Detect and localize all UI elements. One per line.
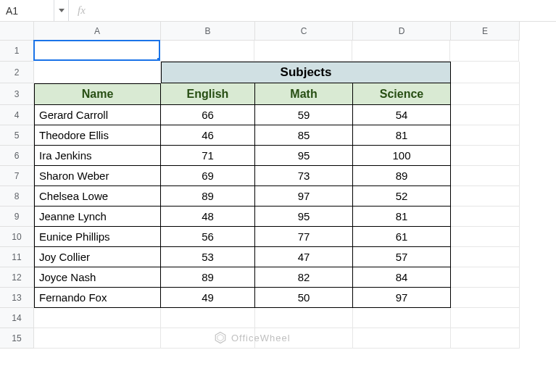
table-row[interactable]: 50 — [255, 288, 353, 308]
cell-E15[interactable] — [451, 328, 520, 349]
table-row[interactable]: 97 — [255, 186, 353, 207]
cell-E1[interactable] — [450, 41, 519, 62]
formula-input[interactable] — [94, 0, 556, 21]
col-header-B[interactable]: B — [161, 22, 255, 41]
table-row[interactable]: 61 — [353, 227, 451, 247]
table-row[interactable]: 100 — [353, 146, 451, 166]
header-english[interactable]: English — [161, 83, 255, 105]
table-row[interactable]: 57 — [353, 247, 451, 267]
row-header-11[interactable]: 11 — [0, 247, 34, 267]
col-header-A[interactable]: A — [34, 22, 161, 41]
cell-E12[interactable] — [451, 267, 520, 288]
table-row[interactable]: Joyce Nash — [34, 267, 161, 288]
col-header-D[interactable]: D — [353, 22, 451, 41]
row-header-12[interactable]: 12 — [0, 267, 34, 288]
table-row[interactable]: 89 — [161, 267, 255, 288]
table-row[interactable]: Ira Jenkins — [34, 146, 161, 166]
table-row[interactable]: 47 — [255, 247, 353, 267]
svg-marker-0 — [215, 333, 225, 343]
table-row[interactable]: 69 — [161, 166, 255, 186]
row-header-8[interactable]: 8 — [0, 186, 34, 207]
cell-A1-selected[interactable] — [33, 40, 160, 61]
cell-D15[interactable] — [353, 328, 451, 349]
row-header-7[interactable]: 7 — [0, 166, 34, 186]
cell-E4[interactable] — [451, 105, 520, 125]
name-box[interactable]: A1 — [0, 0, 54, 21]
cell-E11[interactable] — [451, 247, 520, 267]
table-row[interactable]: 89 — [161, 186, 255, 207]
row-header-5[interactable]: 5 — [0, 125, 34, 146]
cell-E6[interactable] — [451, 146, 520, 166]
table-row[interactable]: Sharon Weber — [34, 166, 161, 186]
table-row[interactable]: 46 — [161, 125, 255, 146]
row-header-15[interactable]: 15 — [0, 328, 34, 349]
table-row[interactable]: 54 — [353, 105, 451, 125]
table-row[interactable]: 89 — [353, 166, 451, 186]
table-row[interactable]: 77 — [255, 227, 353, 247]
table-row[interactable]: 84 — [353, 267, 451, 288]
row-header-6[interactable]: 6 — [0, 146, 34, 166]
table-row[interactable]: 52 — [353, 186, 451, 207]
cell-B1[interactable] — [160, 41, 254, 62]
table-row[interactable]: 49 — [161, 288, 255, 308]
table-row[interactable]: 73 — [255, 166, 353, 186]
column-header-row: A B C D E — [0, 22, 556, 41]
table-row[interactable]: Fernando Fox — [34, 288, 161, 308]
cell-E9[interactable] — [451, 207, 520, 227]
cell-A14[interactable] — [34, 308, 161, 328]
table-row[interactable]: 71 — [161, 146, 255, 166]
hexagon-icon — [214, 331, 227, 344]
watermark: OfficeWheel — [214, 331, 291, 344]
header-math[interactable]: Math — [255, 83, 353, 105]
cell-D14[interactable] — [353, 308, 451, 328]
header-name[interactable]: Name — [34, 83, 161, 105]
cell-A2[interactable] — [34, 62, 161, 83]
table-row[interactable]: Jeanne Lynch — [34, 207, 161, 227]
cell-E2[interactable] — [451, 62, 520, 83]
select-all-corner[interactable] — [0, 22, 34, 41]
table-row[interactable]: 53 — [161, 247, 255, 267]
selection-fill-handle[interactable] — [157, 57, 160, 61]
table-row[interactable]: Joy Collier — [34, 247, 161, 267]
table-row[interactable]: 82 — [255, 267, 353, 288]
col-header-E[interactable]: E — [451, 22, 520, 41]
table-row[interactable]: 56 — [161, 227, 255, 247]
cell-E8[interactable] — [451, 186, 520, 207]
table-row[interactable]: 95 — [255, 207, 353, 227]
cell-C14[interactable] — [255, 308, 353, 328]
table-row[interactable]: Eunice Phillips — [34, 227, 161, 247]
row-header-2[interactable]: 2 — [0, 62, 34, 83]
cell-A15[interactable] — [34, 328, 161, 349]
row-header-4[interactable]: 4 — [0, 105, 34, 125]
table-row[interactable]: 81 — [353, 207, 451, 227]
cell-E7[interactable] — [451, 166, 520, 186]
row-header-13[interactable]: 13 — [0, 288, 34, 308]
row-header-14[interactable]: 14 — [0, 308, 34, 328]
row-header-3[interactable]: 3 — [0, 83, 34, 105]
cell-E14[interactable] — [451, 308, 520, 328]
table-row[interactable]: 59 — [255, 105, 353, 125]
row-header-1[interactable]: 1 — [0, 41, 34, 62]
cell-subjects-merged[interactable]: Subjects — [161, 62, 451, 83]
cell-B14[interactable] — [161, 308, 255, 328]
row-header-9[interactable]: 9 — [0, 207, 34, 227]
table-row[interactable]: 97 — [353, 288, 451, 308]
table-row[interactable]: 66 — [161, 105, 255, 125]
cell-E3[interactable] — [451, 83, 520, 105]
table-row[interactable]: 85 — [255, 125, 353, 146]
table-row[interactable]: Chelsea Lowe — [34, 186, 161, 207]
header-science[interactable]: Science — [353, 83, 451, 105]
table-row[interactable]: Gerard Carroll — [34, 105, 161, 125]
cell-E5[interactable] — [451, 125, 520, 146]
row-header-10[interactable]: 10 — [0, 227, 34, 247]
cell-E10[interactable] — [451, 227, 520, 247]
cell-C1[interactable] — [254, 41, 352, 62]
table-row[interactable]: 48 — [161, 207, 255, 227]
cell-D1[interactable] — [352, 41, 450, 62]
table-row[interactable]: 95 — [255, 146, 353, 166]
table-row[interactable]: Theodore Ellis — [34, 125, 161, 146]
cell-E13[interactable] — [451, 288, 520, 308]
name-box-dropdown[interactable] — [54, 0, 69, 21]
col-header-C[interactable]: C — [255, 22, 353, 41]
table-row[interactable]: 81 — [353, 125, 451, 146]
